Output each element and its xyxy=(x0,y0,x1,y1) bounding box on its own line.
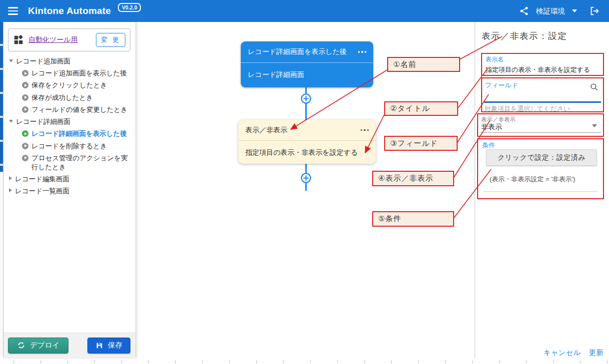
event-icon xyxy=(22,155,28,161)
event-tree: レコード追加画面 レコード追加画面を表示した後 保存をクリックしたとき 保存が成… xyxy=(3,55,135,198)
divider xyxy=(483,191,598,192)
condition-expression: (表示・非表示設定 = '非表示') xyxy=(490,175,575,184)
trigger-node-header: レコード詳細画面を表示した後 xyxy=(241,41,373,63)
save-button[interactable]: 保存 xyxy=(87,338,130,354)
condition-label: 条件 xyxy=(482,141,495,150)
bottom-ruler xyxy=(0,358,609,364)
annotation-title: ②タイトル xyxy=(384,101,458,116)
chevron-down-icon[interactable] xyxy=(572,9,577,12)
search-icon[interactable] xyxy=(590,82,599,92)
tree-group-record-detail[interactable]: レコード詳細画面 xyxy=(8,116,133,128)
environment-selector[interactable]: 検証環境 xyxy=(536,6,565,16)
field-section: フィールド 対象項目を選択してください xyxy=(481,77,604,112)
event-icon xyxy=(22,106,28,113)
app-link[interactable]: 自動化ツール用 xyxy=(28,35,91,44)
logout-icon[interactable] xyxy=(589,5,600,16)
field-input[interactable] xyxy=(484,101,601,103)
settings-panel: 表示／非表示：設定 表示名 指定項目の表示・非表示を設定する フィールド 対象項… xyxy=(475,22,609,358)
event-icon xyxy=(22,94,28,101)
floppy-icon xyxy=(95,342,103,350)
event-icon xyxy=(22,82,28,88)
action-node[interactable]: 表示／非表示 指定項目の表示・非表示を設定する xyxy=(238,120,376,164)
chevron-down-icon[interactable] xyxy=(592,124,597,127)
tree-group-record-list[interactable]: レコード一覧画面 xyxy=(8,185,133,197)
flow-canvas[interactable]: レコード詳細画面を表示した後 レコード詳細画面 表示／非表示 指定項目の表示・非… xyxy=(135,22,475,358)
event-icon xyxy=(22,130,28,137)
sidebar: 自動化ツール用 変 更 レコード追加画面 レコード追加画面を表示した後 保存をク… xyxy=(3,22,135,358)
visibility-label: 表示／非表示 xyxy=(481,116,516,123)
tree-item-selected[interactable]: レコード詳細画面を表示した後 xyxy=(21,128,133,140)
deploy-button[interactable]: デプロイ xyxy=(8,338,68,354)
condition-set-button[interactable]: クリックで設定：設定済み xyxy=(486,149,597,166)
tree-item[interactable]: 保存が成功したとき xyxy=(21,92,133,104)
tree-group-record-add[interactable]: レコード追加画面 xyxy=(8,55,133,67)
tree-item[interactable]: レコードを削除するとき xyxy=(21,140,133,152)
tree-item[interactable]: プロセス管理のアクションを実行したとき xyxy=(21,152,133,173)
chevron-down-icon xyxy=(9,120,13,123)
menu-icon[interactable] xyxy=(8,7,18,15)
display-name-value[interactable]: 指定項目の表示・非表示を設定する xyxy=(486,65,600,74)
annotation-field: ③フィールド xyxy=(384,136,458,151)
display-name-section: 表示名 指定項目の表示・非表示を設定する xyxy=(481,53,604,76)
app-title: Kintone Automate xyxy=(28,5,111,16)
app-header: Kintone Automate V0.2.0 検証環境 xyxy=(0,0,609,22)
condition-section: 条件 クリックで設定：設定済み (表示・非表示設定 = '非表示') xyxy=(477,138,604,199)
app-card: 自動化ツール用 変 更 xyxy=(8,28,130,51)
tree-group-record-edit[interactable]: レコード編集画面 xyxy=(8,173,133,185)
share-icon[interactable] xyxy=(519,6,529,16)
visibility-section: 表示／非表示 非表示 xyxy=(477,113,604,137)
annotation-name: ①名前 xyxy=(387,57,460,72)
chevron-right-icon xyxy=(9,176,12,180)
action-node-header: 表示／非表示 xyxy=(238,120,376,141)
more-menu-icon[interactable] xyxy=(361,127,369,133)
add-step-icon[interactable] xyxy=(300,93,312,104)
field-placeholder: 対象項目を選択してください xyxy=(485,104,570,113)
tree-item[interactable]: 保存をクリックしたとき xyxy=(21,79,133,91)
annotation-visibility: ④表示／非表示 xyxy=(372,171,454,186)
trigger-node-body: レコード詳細画面 xyxy=(241,63,373,86)
display-name-label: 表示名 xyxy=(486,55,600,64)
trigger-node[interactable]: レコード詳細画面を表示した後 レコード詳細画面 xyxy=(241,41,373,87)
action-node-body: 指定項目の表示・非表示を設定する xyxy=(238,141,376,164)
visibility-select[interactable]: 非表示 xyxy=(481,123,502,132)
app-grid-icon xyxy=(13,34,24,45)
annotation-condition: ⑤条件 xyxy=(372,211,454,227)
tree-item[interactable]: フィールドの値を変更したとき xyxy=(21,104,133,116)
chevron-right-icon xyxy=(9,188,12,192)
cancel-button[interactable]: キャンセル xyxy=(544,348,581,358)
change-app-button[interactable]: 変 更 xyxy=(96,33,125,47)
sync-icon xyxy=(17,341,25,350)
more-menu-icon[interactable] xyxy=(358,49,367,55)
panel-title: 表示／非表示：設定 xyxy=(482,30,567,42)
chevron-down-icon xyxy=(9,59,13,62)
sidebar-footer: デプロイ 保存 xyxy=(3,333,135,358)
select-underline xyxy=(480,132,601,133)
field-label: フィールド xyxy=(485,81,518,90)
left-edge-strip xyxy=(0,22,3,358)
event-icon xyxy=(22,143,28,149)
version-badge: V0.2.0 xyxy=(118,3,141,12)
tree-item[interactable]: レコード追加画面を表示した後 xyxy=(21,67,133,79)
event-icon xyxy=(22,70,28,76)
add-step-icon[interactable] xyxy=(300,172,312,184)
update-button[interactable]: 更新 xyxy=(589,348,604,358)
